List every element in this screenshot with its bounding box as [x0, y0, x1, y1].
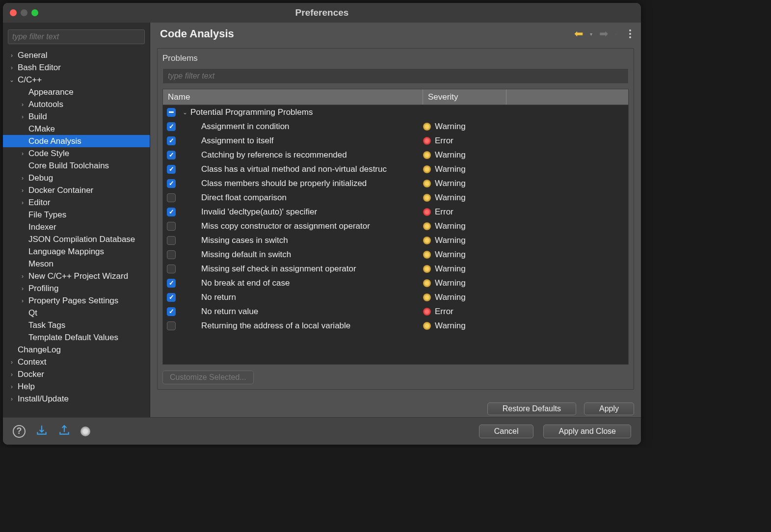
problem-group-row[interactable]: ⌄Potential Programming Problems — [163, 105, 628, 119]
tree-twisty-icon[interactable]: › — [19, 113, 27, 120]
problem-row[interactable]: Miss copy constructor or assignment oper… — [163, 219, 628, 233]
tree-twisty-icon[interactable]: › — [8, 383, 16, 390]
checkbox[interactable] — [167, 108, 176, 117]
problem-row[interactable]: Class has a virtual method and non-virtu… — [163, 162, 628, 176]
problem-row[interactable]: Class members should be properly initial… — [163, 176, 628, 190]
checkbox[interactable] — [167, 165, 176, 174]
checkbox[interactable] — [167, 265, 176, 273]
nav-back-icon[interactable]: ⬅ — [574, 27, 583, 40]
sidebar-item-build[interactable]: ›Build — [3, 110, 150, 123]
problem-row[interactable]: Catching by reference is recommendedWarn… — [163, 148, 628, 162]
restore-defaults-button[interactable]: Restore Defaults — [487, 402, 576, 415]
sidebar-item-changelog[interactable]: ›ChangeLog — [3, 344, 150, 356]
tree-twisty-icon[interactable]: › — [19, 285, 27, 292]
customize-selected-button[interactable]: Customize Selected... — [162, 371, 254, 384]
sidebar-item-property-pages-settings[interactable]: ›Property Pages Settings — [3, 294, 150, 307]
zoom-window-icon[interactable] — [31, 9, 38, 16]
tree-twisty-icon[interactable]: › — [8, 396, 16, 402]
problem-row[interactable]: No break at end of caseWarning — [163, 276, 628, 290]
checkbox[interactable] — [167, 222, 176, 231]
problem-row[interactable]: Invalid 'decltype(auto)' specifierError — [163, 205, 628, 219]
group-twisty-icon[interactable]: ⌄ — [180, 109, 190, 116]
checkbox[interactable] — [167, 122, 176, 131]
checkbox[interactable] — [167, 179, 176, 188]
sidebar-item-editor[interactable]: ›Editor — [3, 196, 150, 209]
checkbox[interactable] — [167, 236, 176, 245]
sidebar-item-indexer[interactable]: ›Indexer — [3, 221, 150, 233]
checkbox[interactable] — [167, 136, 176, 145]
tree-twisty-icon[interactable]: › — [19, 101, 27, 108]
close-window-icon[interactable] — [10, 9, 17, 16]
sidebar-item-new-c-c-project-wizard[interactable]: ›New C/C++ Project Wizard — [3, 270, 150, 282]
column-header-name[interactable]: Name — [163, 89, 423, 105]
sidebar-item-c-c-[interactable]: ⌄C/C++ — [3, 74, 150, 86]
sidebar-item-file-types[interactable]: ›File Types — [3, 209, 150, 221]
sidebar-item-appearance[interactable]: ›Appearance — [3, 86, 150, 98]
severity-label: Warning — [435, 264, 466, 274]
apply-button[interactable]: Apply — [584, 402, 634, 415]
sidebar-item-language-mappings[interactable]: ›Language Mappings — [3, 245, 150, 258]
problem-row[interactable]: Assignment in conditionWarning — [163, 119, 628, 133]
apply-and-close-button[interactable]: Apply and Close — [543, 425, 631, 438]
tree-twisty-icon[interactable]: › — [19, 150, 27, 157]
sidebar-item-qt[interactable]: ›Qt — [3, 307, 150, 319]
tree-twisty-icon[interactable]: › — [19, 199, 27, 206]
sidebar-item-debug[interactable]: ›Debug — [3, 172, 150, 184]
sidebar-item-meson[interactable]: ›Meson — [3, 258, 150, 270]
sidebar-item-core-build-toolchains[interactable]: ›Core Build Toolchains — [3, 160, 150, 172]
sidebar-item-docker[interactable]: ›Docker — [3, 368, 150, 380]
problem-row[interactable]: No return valueError — [163, 304, 628, 319]
sidebar-item-general[interactable]: ›General — [3, 49, 150, 61]
problem-row[interactable]: Returning the address of a local variabl… — [163, 319, 628, 333]
menu-icon[interactable] — [629, 29, 631, 38]
sidebar-item-context[interactable]: ›Context — [3, 356, 150, 368]
problem-row[interactable]: Missing self check in assignment operato… — [163, 262, 628, 276]
sidebar-item-autotools[interactable]: ›Autotools — [3, 98, 150, 110]
sidebar-item-json-compilation-database[interactable]: ›JSON Compilation Database — [3, 233, 150, 245]
sidebar-item-bash-editor[interactable]: ›Bash Editor — [3, 61, 150, 74]
tree-twisty-icon[interactable]: ⌄ — [8, 77, 16, 83]
sidebar-item-profiling[interactable]: ›Profiling — [3, 282, 150, 294]
minimize-window-icon[interactable] — [21, 9, 27, 16]
problem-row[interactable]: No returnWarning — [163, 290, 628, 304]
nav-forward-icon[interactable]: ➡ — [599, 27, 608, 40]
problems-filter-input[interactable] — [162, 68, 629, 84]
cancel-button[interactable]: Cancel — [479, 425, 534, 438]
oomph-icon[interactable] — [80, 426, 90, 436]
sidebar-item-template-default-values[interactable]: ›Template Default Values — [3, 331, 150, 344]
checkbox[interactable] — [167, 193, 176, 202]
tree-twisty-icon[interactable]: › — [19, 175, 27, 182]
checkbox[interactable] — [167, 208, 176, 216]
sidebar-item-cmake[interactable]: ›CMake — [3, 123, 150, 135]
tree-twisty-icon[interactable]: › — [8, 359, 16, 366]
export-icon[interactable] — [58, 424, 71, 439]
sidebar-item-install-update[interactable]: ›Install/Update — [3, 393, 150, 405]
sidebar-item-help[interactable]: ›Help — [3, 380, 150, 393]
tree-twisty-icon[interactable]: › — [8, 52, 16, 59]
tree-twisty-icon[interactable]: › — [19, 187, 27, 194]
problem-row[interactable]: Missing cases in switchWarning — [163, 233, 628, 247]
sidebar-item-task-tags[interactable]: ›Task Tags — [3, 319, 150, 331]
checkbox[interactable] — [167, 307, 176, 316]
window-title: Preferences — [10, 7, 634, 18]
tree-twisty-icon[interactable]: › — [8, 64, 16, 71]
problem-row[interactable]: Assignment to itselfError — [163, 133, 628, 148]
problem-row[interactable]: Missing default in switchWarning — [163, 247, 628, 262]
checkbox[interactable] — [167, 321, 176, 330]
tree-twisty-icon[interactable]: › — [19, 273, 27, 280]
sidebar-item-code-style[interactable]: ›Code Style — [3, 147, 150, 160]
column-header-severity[interactable]: Severity — [423, 89, 506, 105]
sidebar-item-code-analysis[interactable]: ›Code Analysis — [3, 135, 150, 147]
checkbox[interactable] — [167, 250, 176, 259]
sidebar-item-docker-container[interactable]: ›Docker Container — [3, 184, 150, 196]
tree-twisty-icon[interactable]: › — [19, 297, 27, 304]
import-icon[interactable] — [35, 424, 48, 439]
help-icon[interactable]: ? — [13, 425, 26, 438]
checkbox[interactable] — [167, 151, 176, 160]
problem-row[interactable]: Direct float comparisonWarning — [163, 190, 628, 205]
checkbox[interactable] — [167, 279, 176, 288]
checkbox[interactable] — [167, 293, 176, 302]
preferences-tree[interactable]: ›General›Bash Editor⌄C/C++›Appearance›Au… — [3, 49, 150, 417]
tree-twisty-icon[interactable]: › — [8, 371, 16, 378]
sidebar-filter-input[interactable] — [8, 29, 145, 44]
